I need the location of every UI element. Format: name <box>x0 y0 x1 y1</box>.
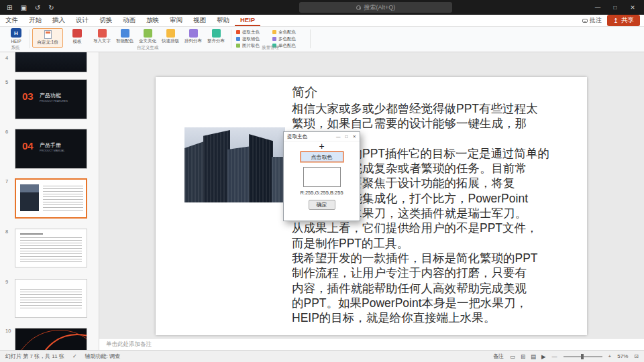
rgb-value-text: R:255,G:255,B:255 <box>284 190 360 196</box>
close-button[interactable]: ✕ <box>624 4 641 11</box>
building-shape <box>203 130 230 202</box>
dialog-title-bar[interactable]: 提取主色 — □ ✕ <box>284 132 360 141</box>
normal-view-icon[interactable]: ▭ <box>510 353 515 360</box>
dialog-close-icon[interactable]: ✕ <box>353 134 356 139</box>
redo-icon[interactable]: ↻ <box>48 4 54 11</box>
ok-button[interactable]: 确定 <box>309 200 335 210</box>
slideshow-icon[interactable]: ▶ <box>541 353 546 360</box>
thumb-number: 10 <box>5 328 11 334</box>
tab-heip[interactable]: HEIP <box>235 15 260 26</box>
ribbon: H HEIP 系统 自定义:1份 模板 导入文字 智能配色 全文美化 快速排版 <box>0 27 644 52</box>
slide-thumbnail-6[interactable]: 04 产品手册 PRODUCT MANUAL <box>15 129 87 169</box>
search-placeholder: 搜索(Alt+Q) <box>364 3 396 12</box>
beautify-all-icon <box>144 29 152 38</box>
custom-generate-button[interactable]: 自定义:1份 <box>32 28 63 48</box>
slide-sorter-icon[interactable]: ⊞ <box>521 353 525 360</box>
slide-thumbnail-7-selected[interactable] <box>15 178 87 219</box>
tab-view[interactable]: 视图 <box>188 15 211 26</box>
slide-thumbnail-9[interactable] <box>15 279 87 318</box>
save-icon[interactable]: ▣ <box>20 4 26 11</box>
search-icon <box>356 5 361 10</box>
slide-thumbnail-5[interactable]: 03 产品功能 PRODUCT FEATURES <box>15 79 87 119</box>
accessibility-status[interactable]: 辅助功能: 调查 <box>85 353 120 360</box>
slide-text-line: 内容，插件就能帮助任何人高效帮助完成美观 <box>292 281 567 296</box>
zoom-out-button[interactable]: — <box>552 353 557 359</box>
pick-color-button[interactable]: 点击取色 <box>301 152 343 162</box>
group-label-system: 系统 <box>0 45 31 51</box>
slide-title[interactable]: 简介 <box>292 84 317 101</box>
building-shape <box>184 141 206 202</box>
import-text-icon <box>98 29 107 38</box>
dialog-maximize-icon[interactable]: □ <box>345 134 348 139</box>
thumb-number: 4 <box>5 55 8 61</box>
document-icon <box>44 30 52 39</box>
dialog-minimize-icon[interactable]: — <box>336 134 341 139</box>
building-shape <box>227 146 252 202</box>
multi-color-scheme-button[interactable]: 多色配色 <box>272 36 306 42</box>
tab-review[interactable]: 审阅 <box>164 15 188 26</box>
slide-picture-skyscrapers[interactable] <box>184 127 285 202</box>
notes-toggle-button[interactable]: 备注 <box>493 353 504 360</box>
apps-icon[interactable]: ⊞ <box>7 4 12 11</box>
color-preview-swatch <box>303 167 341 187</box>
extract-main-color-icon <box>236 30 240 34</box>
extract-main-color-button[interactable]: 提取主色 <box>236 29 270 36</box>
slide-thumbnail-10[interactable] <box>15 328 87 350</box>
extract-secondary-color-button[interactable]: 提取辅色 <box>236 36 270 42</box>
notes-bar[interactable]: 单击此处添加备注 <box>99 338 644 350</box>
slide-thumbnail-8[interactable] <box>15 229 87 267</box>
zoom-slider-thumb[interactable] <box>581 354 584 359</box>
group-separator <box>310 29 311 48</box>
decorative-arc <box>15 330 87 350</box>
tab-help[interactable]: 帮助 <box>211 15 235 26</box>
share-button[interactable]: ↥ 共享 <box>607 15 640 26</box>
extract-main-color-dialog[interactable]: 提取主色 — □ ✕ + 点击取色 R:255,G:255,B:255 确定 <box>283 131 360 221</box>
slide-counter: 幻灯片 第 7 张，共 11 张 <box>5 353 64 360</box>
undo-icon[interactable]: ↺ <box>35 4 40 11</box>
full-color-scheme-button[interactable]: 全色配色 <box>272 29 306 36</box>
thumb-text-lines <box>43 186 83 211</box>
thumb-text-lines <box>20 289 82 309</box>
slide-text-line: 繁琐，如果自己需要的设计能够一键生成，那 <box>292 116 567 131</box>
group-label-colors: 质量管理 <box>233 45 307 51</box>
tab-slideshow[interactable]: 放映 <box>141 15 164 26</box>
title-bar: ⊞ ▣ ↺ ↻ 搜索(Alt+Q) — □ ✕ <box>0 0 644 15</box>
comments-button[interactable]: 批注 <box>582 16 602 25</box>
thumb-number: 5 <box>5 79 8 85</box>
minimize-button[interactable]: — <box>589 4 606 11</box>
zoom-in-button[interactable]: + <box>608 353 612 359</box>
maximize-button[interactable]: □ <box>606 4 624 11</box>
editing-canvas: 简介 相信大家或多或少都曾经觉得做PPT有些过程太 繁琐，如果自己需要的设计能够… <box>99 52 644 338</box>
tab-insert[interactable]: 插入 <box>47 15 70 26</box>
zoom-slider[interactable] <box>564 356 602 357</box>
comment-icon <box>582 19 588 23</box>
fit-slide-icon[interactable]: ⊡ <box>634 353 639 359</box>
spellcheck-icon[interactable]: ✓ <box>72 353 77 359</box>
reading-view-icon[interactable]: ▤ <box>531 353 536 360</box>
search-input[interactable]: 搜索(Alt+Q) <box>299 2 452 13</box>
slide-thumbnail-4[interactable] <box>15 52 87 72</box>
tab-transitions[interactable]: 切换 <box>94 15 117 26</box>
tab-design[interactable]: 设计 <box>70 15 94 26</box>
thumb-number: 8 <box>5 229 8 235</box>
slide-text-line: 制作流程，让用户专注于内容的打磨，只要有 <box>292 265 567 280</box>
share-icon: ↥ <box>613 17 619 24</box>
extract-secondary-color-icon <box>236 37 240 41</box>
full-color-scheme-icon <box>272 30 276 34</box>
thumb-text-lines <box>20 237 82 264</box>
slide-canvas[interactable]: 简介 相信大家或多或少都曾经觉得做PPT有些过程太 繁琐，如果自己需要的设计能够… <box>156 77 587 335</box>
multi-color-scheme-icon <box>272 37 276 41</box>
group-separator <box>30 29 30 48</box>
thumb-image <box>20 184 39 211</box>
heip-logo-icon: H <box>11 28 21 38</box>
arrange-icon <box>189 29 198 38</box>
tab-file[interactable]: 文件 <box>0 15 23 26</box>
tab-home[interactable]: 开始 <box>23 15 47 26</box>
thumb-title-line <box>20 233 43 235</box>
slide-text-line: 相信大家或多或少都曾经觉得做PPT有些过程太 <box>292 101 567 116</box>
zoom-percentage[interactable]: 57% <box>617 353 628 359</box>
tab-animations[interactable]: 动画 <box>117 15 141 26</box>
thumb-number: 9 <box>5 279 8 285</box>
slide-thumbnail-panel: 4 5 03 产品功能 PRODUCT FEATURES 6 04 产品手册 P… <box>0 52 99 350</box>
ribbon-tab-row: 文件 开始 插入 设计 切换 动画 放映 审阅 视图 帮助 HEIP 批注 ↥ … <box>0 15 644 27</box>
